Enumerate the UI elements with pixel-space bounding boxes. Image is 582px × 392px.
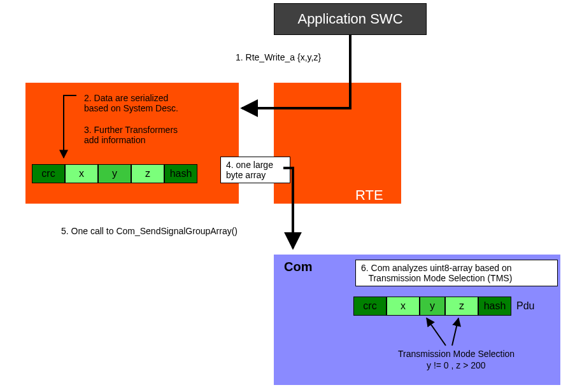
pdu-rte-x: x xyxy=(65,164,98,183)
pdu-rte-y: y xyxy=(98,164,131,183)
diagram-root: Application SWC 1. Rte_Write_a {x,y,z} R… xyxy=(0,0,582,392)
pdu-rte-crc: crc xyxy=(32,164,65,183)
pdu-com-crc: crc xyxy=(353,297,387,316)
rte-right-block xyxy=(274,83,401,204)
com-label: Com xyxy=(284,260,312,274)
pdu-rte: crc x y z hash xyxy=(32,164,197,183)
step-1-text: 1. Rte_Write_a {x,y,z} xyxy=(236,52,321,62)
rte-label: RTE xyxy=(355,187,383,204)
step-4-text: 4. one large byte array xyxy=(226,160,273,180)
step-4-note: 4. one large byte array xyxy=(220,157,290,183)
pdu-rte-z: z xyxy=(131,164,164,183)
pdu-rte-hash: hash xyxy=(164,164,197,183)
tms-condition: y != 0 , z > 200 xyxy=(427,360,486,370)
pdu-com-y: y xyxy=(420,297,445,316)
pdu-com-label: Pdu xyxy=(516,300,534,312)
pdu-com-hash: hash xyxy=(478,297,511,316)
step-2-text: 2. Data are serialized based on System D… xyxy=(84,93,178,113)
step-3-text: 3. Further Transformers add information xyxy=(84,125,178,145)
step-5-text: 5. One call to Com_SendSignalGroupArray(… xyxy=(61,226,238,236)
pdu-com-x: x xyxy=(387,297,420,316)
pdu-com-z: z xyxy=(445,297,478,316)
tms-title: Transmission Mode Selection xyxy=(398,349,515,359)
application-swc-label: Application SWC xyxy=(297,11,402,27)
step-6-text: 6. Com analyzes uint8-array based on Tra… xyxy=(361,263,512,283)
pdu-com: crc x y z hash Pdu xyxy=(353,297,534,316)
step-6-note: 6. Com analyzes uint8-array based on Tra… xyxy=(355,260,558,286)
application-swc-box: Application SWC xyxy=(274,3,427,35)
